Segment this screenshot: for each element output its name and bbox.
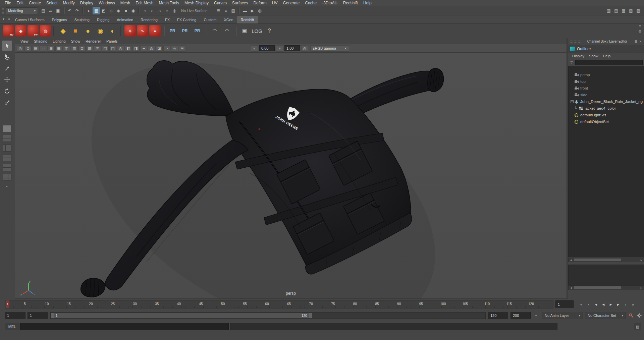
select-edge-icon[interactable]: ◆ xyxy=(115,7,122,14)
shelf-tab[interactable]: Rigging xyxy=(93,16,113,23)
snap-plane-icon[interactable]: ∩ xyxy=(163,7,171,14)
scroll-left-icon[interactable]: ◄ xyxy=(569,259,573,261)
construction-history-icon[interactable]: ▧ xyxy=(229,7,237,14)
redshift-ies-light-icon[interactable]: ◠ xyxy=(221,25,233,37)
open-scene-icon[interactable]: ▱ xyxy=(47,7,54,14)
layout-persp-outliner-button[interactable] xyxy=(3,145,11,152)
range-start-handle[interactable] xyxy=(51,313,54,318)
outliner-item[interactable]: top xyxy=(569,78,644,85)
menu-item[interactable]: Mesh Display xyxy=(182,0,211,6)
expand-toggle-icon[interactable] xyxy=(570,120,574,124)
shelf-tab[interactable]: FX Caching xyxy=(173,16,200,23)
playback-end-field[interactable]: 120 xyxy=(488,312,508,319)
step-back-key-button[interactable]: ‹ xyxy=(585,300,592,308)
expand-toggle-icon[interactable] xyxy=(571,100,574,103)
current-frame-field[interactable]: 1 xyxy=(555,300,574,308)
resolution-gate-icon[interactable]: ▥ xyxy=(71,45,78,52)
shelf-tab[interactable]: Polygons xyxy=(48,16,70,23)
select-object-icon[interactable]: ▦ xyxy=(93,7,100,14)
colorspace-dropdown[interactable]: sRGB gamma ▾ xyxy=(310,45,349,52)
grid-icon[interactable]: ▦ xyxy=(55,45,62,52)
safe-action-icon[interactable]: ◰ xyxy=(94,45,101,52)
outliner-item[interactable]: defaultObjectSet xyxy=(569,118,644,125)
paint-select-tool[interactable] xyxy=(2,63,12,73)
step-forward-frame-button[interactable]: ► xyxy=(614,300,622,308)
menu-item[interactable]: Deform xyxy=(251,0,269,6)
expand-toggle-icon[interactable] xyxy=(570,86,574,91)
step-forward-key-button[interactable]: › xyxy=(622,300,629,308)
redshift-physical-sun-icon[interactable]: ◐ xyxy=(107,25,118,37)
script-editor-button[interactable]: ▤ xyxy=(634,323,641,330)
layout-more-icon[interactable]: ▾ xyxy=(6,185,8,188)
menu-item[interactable]: Modify xyxy=(60,0,77,6)
menu-item[interactable]: Select xyxy=(44,0,60,6)
animation-end-field[interactable]: 200 xyxy=(511,312,531,319)
outliner-menu-item[interactable]: Help xyxy=(601,54,613,58)
menu-item[interactable]: Mesh xyxy=(118,0,133,6)
animation-start-field[interactable]: 1 xyxy=(5,312,25,319)
view-transform-icon[interactable]: ◎ xyxy=(301,45,308,52)
menu-item[interactable]: Create xyxy=(26,0,44,6)
select-vertex-icon[interactable]: ◇ xyxy=(107,7,115,14)
expand-toggle-icon[interactable] xyxy=(570,79,574,84)
snap-point-icon[interactable]: ∩ xyxy=(156,7,163,14)
maximize-icon[interactable]: □ xyxy=(636,47,642,51)
safe-title-icon[interactable]: ◱ xyxy=(102,45,109,52)
output-connections-icon[interactable]: ≡ xyxy=(222,7,229,14)
scroll-thumb[interactable] xyxy=(574,259,621,261)
input-connections-icon[interactable]: ≣ xyxy=(215,7,222,14)
command-language-toggle[interactable]: MEL xyxy=(5,323,19,330)
scroll-thumb[interactable] xyxy=(574,286,621,289)
redshift-proxy-convert-icon[interactable]: PR xyxy=(192,25,203,37)
outliner-menu-item[interactable]: Show xyxy=(587,54,601,58)
exposure-field[interactable]: 0.00 xyxy=(259,45,275,51)
viewport-canvas[interactable]: JOHN DEERE y x z persp xyxy=(15,53,567,298)
play-backwards-button[interactable]: ◄ xyxy=(600,300,607,308)
shadows-icon[interactable]: ◪ xyxy=(156,45,163,52)
playhead[interactable]: 1 xyxy=(6,300,9,308)
shelf-tab[interactable]: Redshift xyxy=(237,16,258,23)
filter-icon[interactable]: ▽ xyxy=(569,61,574,64)
animation-preferences-icon[interactable] xyxy=(636,312,643,319)
redshift-render-view-icon[interactable]: RV xyxy=(3,25,14,37)
anim-layer-dropdown[interactable]: No Anim Layer ▾ xyxy=(542,312,583,319)
channel-box-toggle-icon[interactable]: ▨ xyxy=(635,7,642,14)
drag-handle[interactable] xyxy=(570,40,581,43)
select-uv-icon[interactable]: ◉ xyxy=(129,7,137,14)
gamma-field[interactable]: 1.00 xyxy=(284,45,300,51)
outliner-item[interactable]: defaultLightSet xyxy=(569,112,644,118)
panel-menu-item[interactable]: Renderer xyxy=(83,39,104,43)
redshift-volume-icon[interactable]: ● xyxy=(82,25,94,37)
step-back-frame-button[interactable]: ◄ xyxy=(592,300,600,308)
panel-menu-item[interactable]: Lighting xyxy=(50,39,68,43)
select-camera-icon[interactable]: ◎ xyxy=(17,45,24,52)
menu-item[interactable]: Mesh Tools xyxy=(156,0,182,6)
rotate-tool[interactable] xyxy=(2,86,12,96)
film-gate-icon[interactable]: ◫ xyxy=(63,45,70,52)
panel-menu-item[interactable]: Shading xyxy=(31,39,50,43)
redshift-proxy-import-icon[interactable]: PR xyxy=(179,25,191,37)
range-options-icon[interactable]: ▾ xyxy=(533,312,539,319)
layout-two-pane-button[interactable] xyxy=(3,164,11,171)
command-input[interactable] xyxy=(20,323,229,330)
image-plane-icon[interactable]: ▭ xyxy=(40,45,47,52)
layout-custom-button[interactable] xyxy=(3,174,11,181)
menu-set-dropdown[interactable]: Modeling ▾ xyxy=(6,7,38,14)
2d-pan-zoom-icon[interactable]: ⊞ xyxy=(48,45,55,52)
frame-all-icon[interactable]: ◲ xyxy=(109,45,116,52)
scale-tool[interactable] xyxy=(2,98,12,108)
menu-item[interactable]: File xyxy=(2,0,14,6)
outliner-item[interactable]: John_Deere_Black_Rain_Jacket_ng xyxy=(569,98,644,105)
redshift-dome-light-icon[interactable]: ◠ xyxy=(209,25,220,37)
outliner-hscrollbar[interactable]: ◄ ► xyxy=(568,258,644,262)
menu-item[interactable]: Redshift xyxy=(340,0,361,6)
exposure-icon[interactable]: ◐ xyxy=(251,45,258,52)
gate-mask-icon[interactable]: ⊡ xyxy=(78,45,86,52)
motion-blur-icon[interactable]: ∿ xyxy=(171,45,178,52)
time-slider[interactable]: 1 5 10 15 20 25 30 35 40 45 50 55 60 65 … xyxy=(5,300,553,308)
redshift-proxy-export-icon[interactable]: PR xyxy=(167,25,178,37)
layout-four-pane-button[interactable] xyxy=(3,135,11,142)
snap-grid-icon[interactable]: ∩ xyxy=(141,7,149,14)
render-settings-icon[interactable]: ◍ xyxy=(256,7,263,14)
snap-curve-icon[interactable]: ∩ xyxy=(149,7,156,14)
